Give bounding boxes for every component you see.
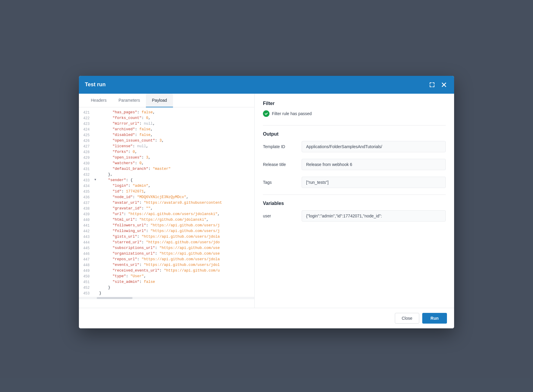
test-run-modal: Test run Headers Parameters Payload xyxy=(79,76,454,328)
code-viewer[interactable]: 421 "has_pages": false, 422 "forks_count… xyxy=(79,107,254,308)
code-line-429: 429 "open_issues": 3, xyxy=(79,156,254,161)
code-line-450: 450 "type": "User", xyxy=(79,274,254,280)
code-line-453: 453 } xyxy=(79,291,254,297)
close-button[interactable]: Close xyxy=(395,313,419,324)
tab-payload[interactable]: Payload xyxy=(146,94,173,107)
run-button[interactable]: Run xyxy=(422,313,447,324)
code-line-443: 443 "gists_url": "https://api.github.com… xyxy=(79,235,254,240)
expand-icon xyxy=(429,82,435,88)
divider-1 xyxy=(263,125,446,126)
filter-title: Filter xyxy=(263,101,446,106)
release-title-label: Release title xyxy=(263,162,302,167)
horizontal-scrollbar[interactable] xyxy=(79,297,254,299)
divider-2 xyxy=(263,195,446,195)
code-line-421: 421 "has_pages": false, xyxy=(79,110,254,116)
code-line-434: 434 "login": "admin", xyxy=(79,184,254,189)
code-line-433: 433 ▼ "sender": { xyxy=(79,178,254,184)
code-line-437: 437 "avatar_url": "https://avatars0.gith… xyxy=(79,201,254,206)
output-section: Output Template ID Applications/FolderSa… xyxy=(263,131,446,188)
close-modal-button[interactable] xyxy=(440,81,448,89)
code-line-430: 430 "watchers": 0, xyxy=(79,161,254,167)
code-line-425: 425 "disabled": false, xyxy=(79,133,254,139)
code-line-435: 435 "id": 17742071, xyxy=(79,189,254,195)
code-line-445: 445 "subscriptions_url": "https://api.gi… xyxy=(79,246,254,252)
code-line-446: 446 "organizations_url": "https://api.gi… xyxy=(79,252,254,257)
code-line-444: 444 "starred_url": "https://api.github.c… xyxy=(79,240,254,246)
code-line-438: 438 "gravatar_id": "", xyxy=(79,206,254,212)
code-line-423: 423 "mirror_url": null, xyxy=(79,122,254,127)
release-title-value: Release from webhook 6 xyxy=(302,159,446,170)
left-panel: Headers Parameters Payload 421 "has_page… xyxy=(79,94,255,308)
code-line-451: 451 "site_admin": false xyxy=(79,280,254,286)
variables-title: Variables xyxy=(263,201,446,206)
filter-status: Filter rule has passed xyxy=(263,110,446,117)
code-line-431: 431 "default_branch": "master" xyxy=(79,167,254,173)
code-line-440: 440 "html_url": "https://github.com/jdol… xyxy=(79,218,254,223)
output-title: Output xyxy=(263,131,446,137)
code-line-436: 436 "node_id": "MDQ6VXNlcjE3NzQyMDcx", xyxy=(79,195,254,201)
output-row-release-title: Release title Release from webhook 6 xyxy=(263,159,446,170)
modal-footer: Close Run xyxy=(79,308,454,328)
tags-value: ["run_tests"] xyxy=(302,177,446,188)
checkmark-icon xyxy=(264,112,268,115)
user-variable-label: user xyxy=(263,214,302,218)
code-line-439: 439 "url": "https://api.github.com/users… xyxy=(79,212,254,218)
code-line-441: 441 "followers_url": "https://api.github… xyxy=(79,223,254,229)
code-line-422: 422 "forks_count": 0, xyxy=(79,116,254,122)
output-row-tags: Tags ["run_tests"] xyxy=(263,177,446,188)
code-line-447: 447 "repos_url": "https://api.github.com… xyxy=(79,257,254,263)
user-variable-value: {"login":"admin","id":17742071,"node_id"… xyxy=(302,210,446,222)
tags-label: Tags xyxy=(263,180,302,185)
modal-header-actions xyxy=(428,81,448,89)
scrollbar-thumb xyxy=(97,297,133,299)
code-line-428: 428 "forks": 0, xyxy=(79,150,254,156)
tab-headers[interactable]: Headers xyxy=(85,94,113,107)
tab-parameters[interactable]: Parameters xyxy=(113,94,146,107)
code-line-426: 426 "open_issues_count": 3, xyxy=(79,139,254,144)
code-line-449: 449 "received_events_url": "https://api.… xyxy=(79,269,254,274)
template-id-label: Template ID xyxy=(263,144,302,149)
tabs-bar: Headers Parameters Payload xyxy=(79,94,254,107)
code-line-448: 448 "events_url": "https://api.github.co… xyxy=(79,263,254,269)
right-panel: Filter Filter rule has passed Output Tem… xyxy=(255,94,454,308)
variables-section: Variables user {"login":"admin","id":177… xyxy=(263,201,446,222)
filter-pass-icon xyxy=(263,110,269,117)
code-line-424: 424 "archived": false, xyxy=(79,127,254,133)
variable-row-user: user {"login":"admin","id":17742071,"nod… xyxy=(263,210,446,222)
expand-button[interactable] xyxy=(428,81,436,89)
modal-body: Headers Parameters Payload 421 "has_page… xyxy=(79,94,454,308)
filter-status-text: Filter rule has passed xyxy=(272,111,312,116)
modal-title: Test run xyxy=(85,81,106,88)
template-id-value: Applications/FolderSamplesAndTutorials/ xyxy=(302,141,446,152)
modal-header: Test run xyxy=(79,76,454,94)
close-icon xyxy=(441,82,447,88)
code-line-442: 442 "following_url": "https://api.github… xyxy=(79,229,254,235)
code-line-427: 427 "license": null, xyxy=(79,144,254,150)
code-line-452: 452 } xyxy=(79,286,254,291)
output-row-template-id: Template ID Applications/FolderSamplesAn… xyxy=(263,141,446,152)
code-line-432: 432 }, xyxy=(79,173,254,178)
